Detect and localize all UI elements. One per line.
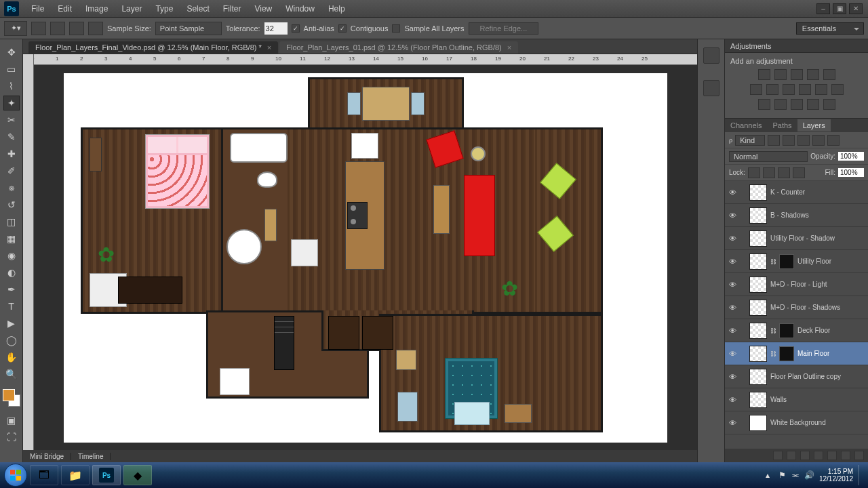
visibility-toggle[interactable]: 👁 bbox=[728, 395, 737, 405]
visibility-toggle[interactable]: 👁 bbox=[728, 234, 737, 243]
magic-wand-tool[interactable]: ✦ bbox=[3, 96, 20, 110]
screen-mode-toggle[interactable]: ⛶ bbox=[3, 430, 20, 445]
filter-adjust-icon[interactable] bbox=[783, 135, 795, 146]
menu-layer[interactable]: Layer bbox=[115, 1, 149, 16]
canvas-viewport[interactable] bbox=[34, 65, 697, 450]
filter-shape-icon[interactable] bbox=[812, 135, 825, 146]
layer-list[interactable]: 👁K - Counter👁B - Shadows👁Utility Floor -… bbox=[725, 181, 868, 449]
layer-row[interactable]: 👁⛓Main Floor bbox=[725, 342, 868, 365]
properties-panel-icon[interactable] bbox=[703, 80, 719, 96]
hand-tool[interactable]: ✋ bbox=[3, 350, 20, 365]
menu-select[interactable]: Select bbox=[180, 1, 216, 16]
menu-file[interactable]: File bbox=[24, 1, 51, 16]
new-group-icon[interactable] bbox=[827, 451, 837, 460]
tolerance-input[interactable]: 32 bbox=[264, 22, 288, 35]
move-tool[interactable]: ✥ bbox=[3, 45, 20, 60]
layer-name-label[interactable]: Utility Floor - Shadow bbox=[770, 235, 835, 242]
layer-row[interactable]: 👁White Background bbox=[725, 411, 868, 434]
layer-mask-thumbnail[interactable] bbox=[779, 346, 794, 361]
zoom-tool[interactable]: 🔍 bbox=[3, 367, 20, 382]
tray-network-icon[interactable]: ⫘ bbox=[791, 470, 801, 480]
type-tool[interactable]: T bbox=[3, 299, 20, 314]
menu-edit[interactable]: Edit bbox=[51, 1, 79, 16]
adj-channelmixer-icon[interactable] bbox=[815, 84, 827, 95]
layer-name-label[interactable]: M+D - Floor - Shadows bbox=[770, 304, 840, 311]
layer-name-label[interactable]: Floor Plan Outline copy bbox=[770, 373, 841, 380]
sample-size-select[interactable]: Point Sample bbox=[155, 22, 222, 35]
layer-row[interactable]: 👁M+D - Floor - Shadows bbox=[725, 296, 868, 319]
layer-name-label[interactable]: Utility Floor bbox=[797, 258, 831, 265]
layer-thumbnail[interactable] bbox=[749, 277, 767, 293]
filter-smart-icon[interactable] bbox=[827, 135, 840, 146]
sample-all-checkbox[interactable] bbox=[392, 24, 400, 33]
selection-mode-add[interactable] bbox=[50, 22, 65, 35]
taskbar-app[interactable]: ◆ bbox=[123, 465, 152, 485]
document-tab-inactive[interactable]: Floor_Plan_Layers_01.psd @ 12.5% (Floor … bbox=[279, 41, 518, 54]
visibility-toggle[interactable]: 👁 bbox=[728, 303, 737, 312]
layer-mask-thumbnail[interactable] bbox=[779, 323, 794, 338]
dodge-tool[interactable]: ◐ bbox=[3, 265, 20, 280]
workspace-switcher[interactable]: Essentials bbox=[796, 22, 864, 35]
mini-bridge-tab[interactable]: Mini Bridge bbox=[23, 453, 71, 460]
lasso-tool[interactable]: ⌇ bbox=[3, 79, 20, 94]
clock[interactable]: 1:15 PM 12/12/2012 bbox=[819, 468, 853, 483]
layer-row[interactable]: 👁K - Counter bbox=[725, 181, 868, 204]
adj-vibrance-icon[interactable] bbox=[823, 69, 835, 80]
adj-curves-icon[interactable] bbox=[791, 69, 803, 80]
adj-brightness-icon[interactable] bbox=[758, 69, 770, 80]
canvas[interactable] bbox=[64, 73, 667, 443]
anti-alias-checkbox[interactable]: ✓ bbox=[292, 24, 300, 33]
close-button[interactable]: ✕ bbox=[849, 3, 863, 14]
timeline-tab[interactable]: Timeline bbox=[71, 453, 111, 460]
layer-thumbnail[interactable] bbox=[749, 415, 767, 431]
ruler-horizontal[interactable]: 0123456789101112131415161718192021222324… bbox=[34, 54, 697, 65]
adj-invert-icon[interactable] bbox=[758, 99, 770, 110]
layer-filter-kind[interactable]: Kind bbox=[735, 135, 765, 146]
layer-name-label[interactable]: Walls bbox=[770, 396, 787, 403]
eyedropper-tool[interactable]: ✎ bbox=[3, 129, 20, 144]
lock-pixels-icon[interactable] bbox=[763, 167, 775, 178]
adj-gradientmap-icon[interactable] bbox=[807, 99, 819, 110]
eraser-tool[interactable]: ◫ bbox=[3, 214, 20, 229]
layer-mask-thumbnail[interactable] bbox=[779, 254, 794, 269]
layer-thumbnail[interactable] bbox=[749, 300, 767, 316]
visibility-toggle[interactable]: 👁 bbox=[728, 372, 737, 382]
layer-row[interactable]: 👁M+D - Floor - Light bbox=[725, 273, 868, 296]
brush-tool[interactable]: ✐ bbox=[3, 163, 20, 178]
close-icon[interactable]: × bbox=[507, 43, 511, 52]
filter-type-icon[interactable] bbox=[797, 135, 810, 146]
show-desktop-button[interactable] bbox=[859, 465, 864, 485]
marquee-tool[interactable]: ▭ bbox=[3, 62, 20, 77]
adj-hue-icon[interactable] bbox=[750, 84, 762, 95]
crop-tool[interactable]: ✂ bbox=[3, 113, 20, 127]
visibility-toggle[interactable]: 👁 bbox=[728, 280, 737, 289]
layer-name-label[interactable]: M+D - Floor - Light bbox=[770, 281, 827, 288]
layer-row[interactable]: 👁Utility Floor - Shadow bbox=[725, 227, 868, 250]
stamp-tool[interactable]: ⎈ bbox=[3, 180, 20, 195]
history-brush-tool[interactable]: ↺ bbox=[3, 197, 20, 212]
link-icon[interactable]: ⛓ bbox=[770, 327, 776, 334]
lock-transparency-icon[interactable] bbox=[748, 167, 760, 178]
taskbar-photoshop[interactable]: Ps bbox=[92, 465, 121, 485]
channels-tab[interactable]: Channels bbox=[725, 119, 767, 131]
adj-colorbalance-icon[interactable] bbox=[766, 84, 778, 95]
adj-colorlookup-icon[interactable] bbox=[831, 84, 844, 95]
visibility-toggle[interactable]: 👁 bbox=[728, 349, 737, 359]
adjustments-panel-tab[interactable]: Adjustments bbox=[725, 39, 868, 53]
layer-thumbnail[interactable] bbox=[749, 392, 767, 408]
layer-thumbnail[interactable] bbox=[749, 253, 767, 270]
layer-name-label[interactable]: White Background bbox=[770, 419, 826, 426]
layer-thumbnail[interactable] bbox=[749, 323, 767, 339]
layer-mask-icon[interactable] bbox=[800, 451, 810, 460]
quick-mask-toggle[interactable]: ▣ bbox=[3, 413, 20, 428]
blur-tool[interactable]: ◉ bbox=[3, 248, 20, 263]
minimize-button[interactable]: – bbox=[816, 3, 830, 14]
fill-input[interactable]: 100% bbox=[838, 168, 864, 177]
refine-edge-button[interactable]: Refine Edge... bbox=[469, 22, 539, 35]
layers-tab[interactable]: Layers bbox=[797, 119, 831, 131]
tray-flag-icon[interactable]: ⚑ bbox=[778, 470, 788, 480]
contiguous-checkbox[interactable]: ✓ bbox=[338, 24, 347, 33]
close-icon[interactable]: × bbox=[267, 43, 271, 52]
taskbar-explorer[interactable]: 🗔 bbox=[30, 465, 58, 485]
menu-filter[interactable]: Filter bbox=[216, 1, 248, 16]
